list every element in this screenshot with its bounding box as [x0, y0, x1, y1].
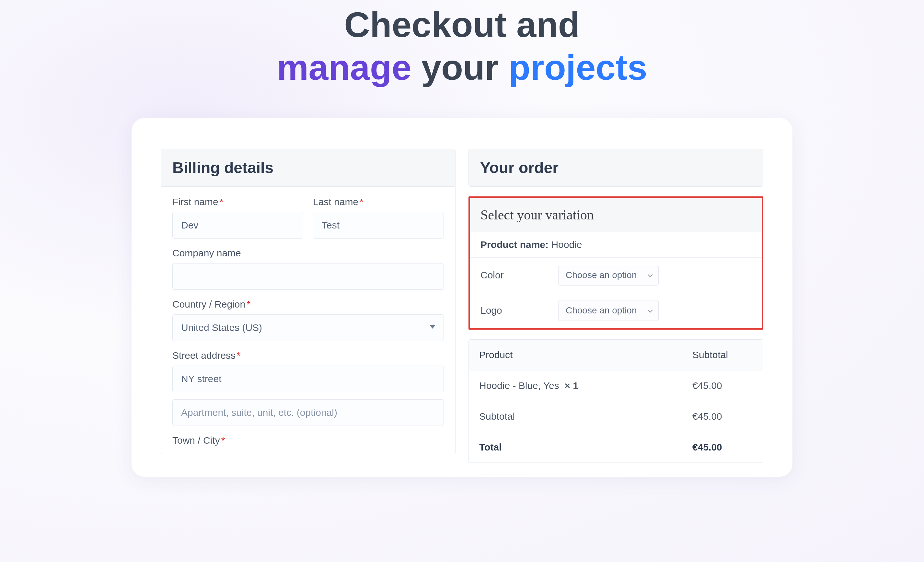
- country-label: Country / Region*: [172, 299, 444, 310]
- variation-logo-select[interactable]: Choose an option: [558, 300, 658, 321]
- country-label-text: Country / Region: [172, 299, 245, 310]
- product-name-label: Product name:: [480, 239, 549, 250]
- city-label: Town / City*: [172, 435, 444, 446]
- variation-product-name: Product name: Hoodie: [470, 232, 762, 258]
- variation-color-select[interactable]: Choose an option: [558, 265, 658, 286]
- country-select[interactable]: [172, 314, 444, 341]
- line-item-name: Hoodie - Blue, Yes: [479, 380, 559, 391]
- order-table-header: Product Subtotal: [469, 340, 763, 370]
- city-label-text: Town / City: [172, 435, 220, 446]
- variation-box: Select your variation Product name: Hood…: [468, 197, 763, 330]
- variation-color-label: Color: [480, 270, 558, 281]
- line-item-qty: × 1: [565, 380, 579, 391]
- title-word-manage: manage: [277, 47, 411, 87]
- order-total-row: Total €45.00: [469, 432, 763, 463]
- title-word-projects: projects: [508, 47, 647, 87]
- order-header: Your order: [469, 149, 763, 186]
- billing-panel: Billing details First name* Last name*: [161, 149, 456, 454]
- street-label: Street address*: [172, 350, 444, 361]
- required-asterisk: *: [246, 299, 250, 310]
- required-asterisk: *: [221, 435, 225, 446]
- required-asterisk: *: [237, 350, 241, 361]
- order-subtotal-value: €45.00: [682, 401, 763, 432]
- order-total-value: €45.00: [682, 432, 763, 463]
- order-line-subtotal-value: €45.00: [682, 370, 763, 401]
- order-subtotal-label: Subtotal: [469, 401, 682, 432]
- page-title: Checkout and manage your projects: [0, 0, 924, 89]
- order-th-product: Product: [469, 340, 682, 370]
- company-field[interactable]: [172, 263, 444, 290]
- first-name-label: First name*: [172, 197, 303, 207]
- order-column: Your order Select your variation Product…: [468, 149, 763, 464]
- street-line1-field[interactable]: [172, 365, 444, 392]
- title-line1: Checkout and: [344, 5, 580, 44]
- product-name-value: Hoodie: [551, 239, 582, 250]
- checkout-card: Billing details First name* Last name*: [132, 118, 792, 477]
- billing-header: Billing details: [161, 149, 455, 187]
- variation-row-color: Color Choose an option: [470, 258, 762, 293]
- order-th-subtotal: Subtotal: [682, 340, 763, 370]
- title-mid: your: [422, 47, 499, 87]
- order-table: Product Subtotal Hoodie - Blue, Yes × 1 …: [468, 340, 763, 463]
- first-name-field[interactable]: [172, 212, 303, 239]
- last-name-label-text: Last name: [313, 197, 358, 207]
- order-subtotal-row: Subtotal €45.00: [469, 401, 763, 432]
- variation-logo-label: Logo: [480, 305, 558, 316]
- billing-column: Billing details First name* Last name*: [161, 149, 456, 464]
- order-line-name: Hoodie - Blue, Yes × 1: [469, 370, 682, 401]
- company-label: Company name: [172, 248, 444, 258]
- variation-row-logo: Logo Choose an option: [470, 293, 762, 328]
- street-label-text: Street address: [172, 350, 236, 361]
- first-name-label-text: First name: [172, 197, 218, 207]
- last-name-label: Last name*: [313, 197, 444, 207]
- required-asterisk: *: [220, 197, 224, 207]
- order-header-panel: Your order: [468, 149, 763, 187]
- street-line2-field[interactable]: [172, 399, 444, 426]
- last-name-field[interactable]: [313, 212, 444, 239]
- variation-title: Select your variation: [470, 198, 762, 232]
- order-total-label: Total: [469, 432, 682, 463]
- order-line-item: Hoodie - Blue, Yes × 1 €45.00: [469, 370, 763, 401]
- required-asterisk: *: [360, 197, 363, 207]
